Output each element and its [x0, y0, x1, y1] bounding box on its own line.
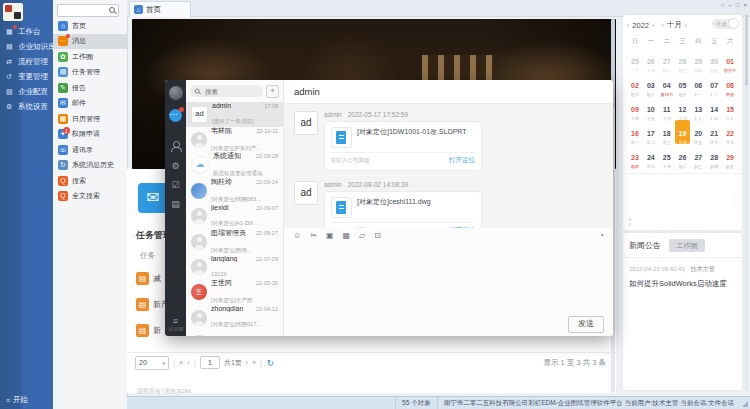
calendar-day[interactable]: 09 十四 [627, 96, 643, 120]
start-button[interactable]: ≡ 开始 [6, 395, 28, 405]
message-input-area[interactable] [284, 243, 613, 312]
message-avatar[interactable]: ad [294, 181, 318, 205]
sidebar-item-fulltext[interactable]: Q 全文搜索 [53, 189, 127, 205]
conversation-row[interactable]: langlang 22-07-29 13123 [186, 254, 283, 279]
image-icon[interactable]: ▦ [342, 231, 350, 241]
agenda-scroll-arrows[interactable]: ∧∨ [628, 217, 632, 227]
sidebar-item-contacts[interactable]: ☏ 通讯录 [53, 142, 127, 158]
send-button[interactable]: 发送 [568, 316, 604, 333]
last-page-button[interactable]: » [252, 359, 256, 366]
open-location-link[interactable]: 打开定位 [449, 156, 475, 165]
mail-shortcut[interactable]: ✉ [138, 183, 168, 213]
sidebar-item-settings[interactable]: ⚙ 系统设置 [0, 99, 53, 114]
next-page-button[interactable]: › [246, 359, 248, 366]
calendar-day[interactable]: 12 十七 [675, 96, 691, 120]
right-panel-scrollbar[interactable] [745, 15, 748, 390]
sidebar-item-mail[interactable]: ✉ 邮件 [53, 96, 127, 112]
shake-window-icon[interactable]: ▣ [326, 231, 334, 241]
calendar-day[interactable]: 26 九月 [643, 48, 659, 72]
calendar-day[interactable]: 16 廿一 [627, 120, 643, 144]
sidebar-item-messages[interactable]: ⋯ 消息 [53, 34, 127, 50]
conversation-row[interactable]: ruilie 22-03-22 [186, 331, 283, 336]
conversation-row[interactable]: jiexidi 22-09-07 [对象定位]A1-ZM… [186, 204, 283, 229]
prev-month-icon[interactable]: ‹ [661, 22, 663, 29]
news-item[interactable]: 2022-04-23 09:42:43 技术主管 如何提升SolidWorks启… [623, 258, 742, 296]
sidebar-item-home[interactable]: ⌂ 首页 [53, 18, 127, 34]
calendar-day[interactable]: 11 十六 [659, 96, 675, 120]
calendar-day[interactable]: 22 廿七 [722, 120, 738, 144]
sidebar-item-permission[interactable]: ✦2 权限申请 [53, 127, 127, 143]
calendar-day[interactable]: 17 廿二 [643, 120, 659, 144]
sidebar-item-config[interactable]: ▧ 企业配置 [0, 84, 53, 99]
minimize-icon[interactable]: − [728, 2, 732, 8]
user-avatar[interactable] [169, 86, 183, 100]
conversation-row[interactable]: 系统通知 22-09-28 新流程需要处理通知 [186, 153, 283, 178]
history-clock-icon[interactable]: ◔ [599, 231, 604, 241]
task-subtab[interactable]: 任务 [140, 251, 155, 261]
file-location-card[interactable]: [对象定位]1DW1001-01改.SLDPRT 彩虹办公电脑版 打开定位 [324, 121, 482, 171]
conversation-row[interactable]: zhongdian 22-04-12 [对象定位]线圈017… [186, 305, 283, 330]
file-location-card[interactable]: [对象定位]ceshi111.dwg 彩虹办公电脑版 打开定位 [324, 191, 482, 228]
refresh-icon[interactable]: ↻ [266, 358, 274, 368]
message-history[interactable]: ad admin 2022-05-17 17:52:59 [对象定位]1DW10… [284, 104, 613, 228]
sidebar-item-search[interactable]: Q 搜索 [53, 173, 127, 189]
calendar-day[interactable]: 14 十九 [706, 96, 722, 120]
tab-workcircle[interactable]: 工作圈 [669, 239, 705, 252]
calendar-day[interactable]: 30 初五 [706, 48, 722, 72]
calendar-day[interactable]: 05 初十 [675, 72, 691, 96]
sidebar-search-input[interactable] [58, 8, 109, 14]
conversation-row[interactable]: 王 王世冈 22-05-30 [对象定位]生产部 [186, 280, 283, 305]
calendar-day[interactable]: 13 十八 [690, 96, 706, 120]
sidebar-item-workcircle[interactable]: ✿ 工作圈 [53, 49, 127, 65]
conversation-row[interactable]: 图瑞管理员 22-08-27 [对象定位]图纸… [186, 229, 283, 254]
calendar-day[interactable]: 20 廿五 [690, 120, 706, 144]
calendar-day[interactable]: 24 廿九 [643, 144, 659, 168]
calendar-day[interactable]: 07 十二 [706, 72, 722, 96]
conversation-row[interactable]: 韦林陈 22-10-11 [对象定位]P系列产… [186, 127, 283, 152]
calendar-day[interactable]: 06 十一 [690, 72, 706, 96]
calendar-day[interactable]: 25 十月 [659, 144, 675, 168]
sidebar-item-process[interactable]: ⇄ 流程管理 [0, 54, 53, 69]
more-options-icon[interactable]: ⋮ [731, 194, 738, 202]
calendar-day[interactable]: 27 初三 [690, 144, 706, 168]
calendar-day[interactable]: 08 寒露 [722, 72, 738, 96]
page-number-input[interactable] [200, 356, 220, 369]
sidebar-search[interactable] [57, 4, 119, 17]
calendar-day[interactable]: 10 十五 [643, 96, 659, 120]
calendar-day[interactable]: 19 廿四 [675, 120, 691, 144]
calendar-day[interactable]: 25 三十 [627, 48, 643, 72]
chat-search[interactable] [190, 85, 263, 97]
search-icon[interactable] [109, 7, 116, 14]
sidebar-item-calendar[interactable]: ▦ 日历管理 [53, 111, 127, 127]
sidebar-item-tasks[interactable]: ▤ 任务管理 [53, 65, 127, 81]
maximize-icon[interactable]: □ [736, 2, 740, 8]
notes-icon[interactable]: ▤ [171, 199, 180, 209]
prev-year-icon[interactable]: ‹ [627, 22, 629, 29]
sidebar-item-history[interactable]: ↻ 系统消息历史 [53, 158, 127, 174]
contacts-icon[interactable] [170, 141, 181, 152]
pin-icon[interactable]: ○ [721, 2, 725, 8]
calendar-day[interactable]: 27 初二 [659, 48, 675, 72]
menu-icon[interactable]: ≡ [165, 316, 186, 326]
chat-search-input[interactable] [203, 87, 259, 96]
page-size-select[interactable]: 20 ▾ [135, 356, 169, 370]
calendar-day[interactable]: 28 初四 [706, 144, 722, 168]
calendar-day[interactable]: 21 廿六 [706, 120, 722, 144]
add-conversation-button[interactable]: + [266, 85, 279, 98]
close-icon[interactable]: × [743, 2, 747, 8]
sidebar-item-workbench[interactable]: ▦ 工作台 [0, 24, 53, 39]
sidebar-item-change[interactable]: ↺ 变更管理 [0, 69, 53, 84]
emoji-icon[interactable]: ☺ [293, 231, 301, 241]
calendar-day[interactable]: 01 国庆节 [722, 48, 738, 72]
tab-news[interactable]: 新闻公告 [629, 240, 661, 251]
screenshot-scissors-icon[interactable]: ✂ [310, 231, 317, 241]
next-year-icon[interactable]: › [652, 22, 654, 29]
tasks-check-icon[interactable]: ☑ [171, 180, 179, 190]
first-page-button[interactable]: « [179, 359, 183, 366]
screen-capture-icon[interactable]: ⊡ [374, 231, 381, 241]
calendar-day[interactable]: 23 霜降 [627, 144, 643, 168]
next-month-icon[interactable]: › [685, 22, 687, 29]
calendar-day[interactable]: 26 初二 [675, 144, 691, 168]
settings-gear-icon[interactable]: ⚙ [171, 161, 179, 171]
calendar-day[interactable]: 29 初五 [722, 144, 738, 168]
